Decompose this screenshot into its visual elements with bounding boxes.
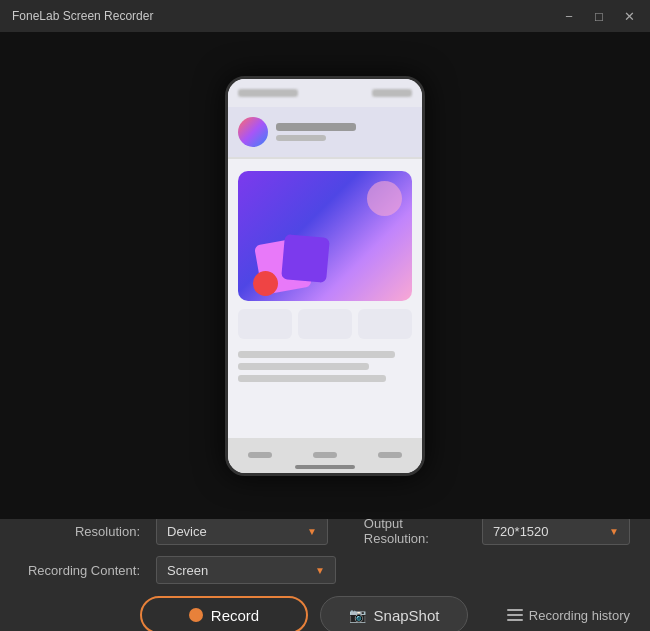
phone-text-line-1: [238, 351, 395, 358]
record-icon: [189, 608, 203, 622]
resolution-row: Resolution: Device ▼ Output Resolution: …: [20, 516, 630, 546]
phone-small-block-1: [238, 309, 292, 339]
phone-status-right: [372, 89, 412, 97]
phone-text-line-2: [238, 363, 369, 370]
phone-card-circle: [367, 181, 402, 216]
output-resolution-label: Output Resolution:: [364, 516, 466, 546]
resolution-dropdown[interactable]: Device ▼: [156, 517, 328, 545]
hamburger-line-3: [507, 619, 523, 621]
phone-home-indicator: [295, 465, 355, 469]
phone-text-line-3: [238, 375, 386, 382]
recording-content-dropdown-arrow: ▼: [315, 565, 325, 576]
phone-header-line2: [276, 135, 326, 141]
hamburger-line-1: [507, 609, 523, 611]
phone-header-text: [276, 123, 412, 141]
phone-avatar: [238, 117, 268, 147]
maximize-button[interactable]: □: [586, 6, 612, 26]
phone-bottom-nav: [228, 438, 422, 473]
snapshot-label: SnapShot: [374, 607, 440, 624]
recording-content-label: Recording Content:: [20, 563, 140, 578]
phone-small-blocks: [238, 309, 412, 339]
controls-bar: Resolution: Device ▼ Output Resolution: …: [0, 519, 650, 631]
recording-content-row: Recording Content: Screen ▼: [20, 556, 630, 584]
hamburger-icon: [507, 609, 523, 621]
phone-mockup: [225, 76, 425, 476]
recording-history-label: Recording history: [529, 608, 630, 623]
snapshot-button[interactable]: 📷 SnapShot: [320, 596, 468, 631]
resolution-value: Device: [167, 524, 207, 539]
phone-screen: [228, 79, 422, 473]
phone-nav-dot-2: [313, 452, 337, 458]
camera-icon: 📷: [349, 607, 366, 623]
output-resolution-dropdown[interactable]: 720*1520 ▼: [482, 517, 630, 545]
hamburger-line-2: [507, 614, 523, 616]
minimize-button[interactable]: −: [556, 6, 582, 26]
record-label: Record: [211, 607, 259, 624]
phone-nav-dot-1: [248, 452, 272, 458]
close-button[interactable]: ✕: [616, 6, 642, 26]
record-button[interactable]: Record: [140, 596, 308, 631]
phone-card-heart: [253, 271, 278, 296]
phone-status-bar: [228, 79, 422, 107]
phone-main-card: [238, 171, 412, 301]
title-bar: FoneLab Screen Recorder − □ ✕: [0, 0, 650, 32]
phone-small-block-3: [358, 309, 412, 339]
recording-content-dropdown[interactable]: Screen ▼: [156, 556, 336, 584]
buttons-group: Record 📷 SnapShot: [140, 596, 468, 631]
recording-history-button[interactable]: Recording history: [507, 608, 630, 623]
buttons-row: Record 📷 SnapShot Recording history: [20, 594, 630, 631]
window-controls: − □ ✕: [556, 6, 642, 26]
phone-small-block-2: [298, 309, 352, 339]
recording-content-value: Screen: [167, 563, 208, 578]
phone-header-line1: [276, 123, 356, 131]
phone-nav-dot-3: [378, 452, 402, 458]
app-title: FoneLab Screen Recorder: [12, 9, 153, 23]
phone-status-left: [238, 89, 298, 97]
output-resolution-dropdown-arrow: ▼: [609, 526, 619, 537]
phone-header: [228, 107, 422, 157]
resolution-label: Resolution:: [20, 524, 140, 539]
resolution-dropdown-arrow: ▼: [307, 526, 317, 537]
phone-card-area: [228, 159, 422, 351]
preview-area: [0, 32, 650, 519]
output-resolution-value: 720*1520: [493, 524, 549, 539]
phone-text-lines: [228, 351, 422, 382]
